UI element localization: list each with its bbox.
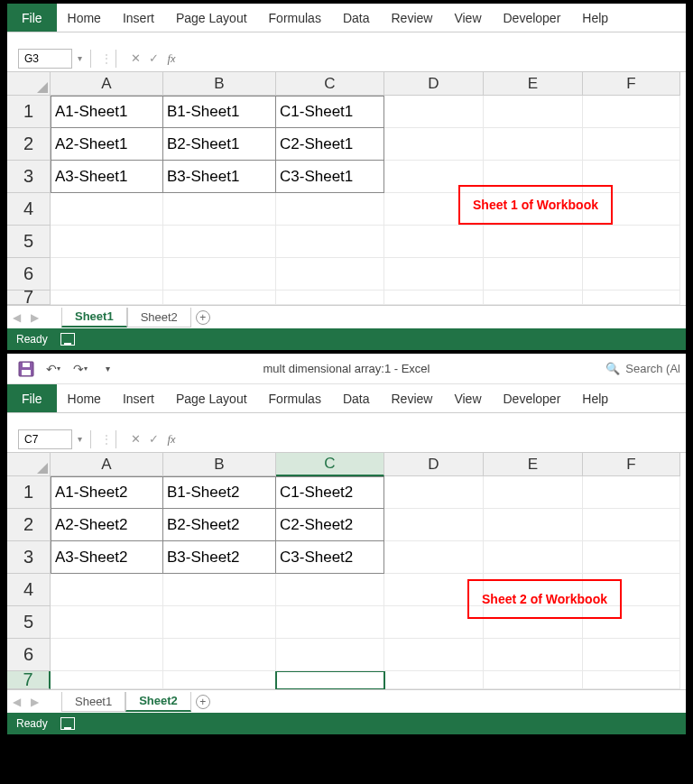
select-all-corner[interactable] bbox=[7, 453, 51, 476]
new-sheet-button[interactable]: + bbox=[191, 310, 215, 325]
enter-icon[interactable]: ✓ bbox=[144, 430, 162, 448]
row-header-4[interactable]: 4 bbox=[7, 574, 51, 606]
cell-E7[interactable] bbox=[484, 671, 583, 689]
qat-customize-icon[interactable]: ▾ bbox=[97, 359, 117, 379]
row-header-7[interactable]: 7 bbox=[7, 671, 51, 689]
cell-A2[interactable]: A2-Sheet1 bbox=[51, 128, 163, 161]
cell-A2[interactable]: A2-Sheet2 bbox=[51, 509, 163, 541]
tab-view[interactable]: View bbox=[443, 384, 492, 412]
cell-E5[interactable] bbox=[484, 226, 583, 258]
col-header-F[interactable]: F bbox=[583, 72, 680, 96]
cell-F2[interactable] bbox=[583, 509, 680, 541]
tab-data[interactable]: Data bbox=[332, 4, 381, 32]
cell-E2[interactable] bbox=[484, 128, 583, 161]
tab-home[interactable]: Home bbox=[57, 4, 112, 32]
cell-C4[interactable] bbox=[276, 193, 384, 226]
row-header-6[interactable]: 6 bbox=[7, 258, 51, 291]
tab-help[interactable]: Help bbox=[571, 4, 619, 32]
cancel-icon[interactable]: ✕ bbox=[126, 50, 144, 68]
cell-F1[interactable] bbox=[583, 96, 680, 128]
cell-C3[interactable]: C3-Sheet1 bbox=[276, 161, 384, 193]
tab-formulas[interactable]: Formulas bbox=[258, 4, 332, 32]
sheet-nav-next-icon[interactable]: ▶ bbox=[25, 692, 43, 712]
tab-review[interactable]: Review bbox=[381, 384, 444, 412]
cell-E2[interactable] bbox=[484, 509, 583, 541]
row-header-5[interactable]: 5 bbox=[7, 226, 51, 258]
col-header-A[interactable]: A bbox=[51, 453, 163, 476]
col-header-C[interactable]: C bbox=[276, 453, 384, 476]
cell-B6[interactable] bbox=[163, 258, 276, 291]
tab-developer[interactable]: Developer bbox=[493, 4, 572, 32]
cell-C4[interactable] bbox=[276, 574, 384, 606]
file-tab[interactable]: File bbox=[7, 384, 57, 412]
cell-A1[interactable]: A1-Sheet2 bbox=[51, 476, 163, 509]
name-box[interactable]: G3 bbox=[18, 49, 72, 69]
cell-F7[interactable] bbox=[583, 671, 680, 689]
file-tab[interactable]: File bbox=[7, 4, 57, 32]
cell-C6[interactable] bbox=[276, 258, 384, 291]
col-header-B[interactable]: B bbox=[163, 453, 276, 476]
cell-F1[interactable] bbox=[583, 476, 680, 509]
row-header-1[interactable]: 1 bbox=[7, 476, 51, 509]
cell-C2[interactable]: C2-Sheet2 bbox=[276, 509, 384, 541]
sheet-tab-sheet2[interactable]: Sheet2 bbox=[125, 692, 191, 712]
cell-E6[interactable] bbox=[484, 258, 583, 291]
cell-B7[interactable] bbox=[163, 671, 276, 689]
cell-C7[interactable] bbox=[276, 671, 384, 689]
select-all-corner[interactable] bbox=[7, 72, 51, 96]
cell-C7[interactable] bbox=[276, 291, 384, 305]
tab-home[interactable]: Home bbox=[57, 384, 112, 412]
col-header-C[interactable]: C bbox=[276, 72, 384, 96]
col-header-D[interactable]: D bbox=[384, 453, 484, 476]
enter-icon[interactable]: ✓ bbox=[144, 50, 162, 68]
row-header-3[interactable]: 3 bbox=[7, 161, 51, 193]
row-header-7[interactable]: 7 bbox=[7, 291, 51, 305]
cell-B2[interactable]: B2-Sheet1 bbox=[163, 128, 276, 161]
cancel-icon[interactable]: ✕ bbox=[126, 430, 144, 448]
cell-A6[interactable] bbox=[51, 258, 163, 291]
cell-F6[interactable] bbox=[583, 639, 680, 671]
tab-formulas[interactable]: Formulas bbox=[258, 384, 332, 412]
tab-view[interactable]: View bbox=[443, 4, 492, 32]
row-header-6[interactable]: 6 bbox=[7, 639, 51, 671]
cell-F2[interactable] bbox=[583, 128, 680, 161]
cell-C1[interactable]: C1-Sheet1 bbox=[276, 96, 384, 128]
cell-E6[interactable] bbox=[484, 639, 583, 671]
col-header-D[interactable]: D bbox=[384, 72, 484, 96]
cell-F3[interactable] bbox=[583, 541, 680, 574]
cell-D1[interactable] bbox=[384, 476, 484, 509]
cell-C1[interactable]: C1-Sheet2 bbox=[276, 476, 384, 509]
cell-A4[interactable] bbox=[51, 193, 163, 226]
row-header-2[interactable]: 2 bbox=[7, 128, 51, 161]
cell-D5[interactable] bbox=[384, 226, 484, 258]
cell-B1[interactable]: B1-Sheet2 bbox=[163, 476, 276, 509]
sheet-tab-sheet2[interactable]: Sheet2 bbox=[127, 308, 191, 327]
cell-B2[interactable]: B2-Sheet2 bbox=[163, 509, 276, 541]
row-header-1[interactable]: 1 bbox=[7, 96, 51, 128]
cell-D2[interactable] bbox=[384, 128, 484, 161]
formula-input[interactable] bbox=[180, 429, 686, 449]
cell-E3[interactable] bbox=[484, 541, 583, 574]
cell-A3[interactable]: A3-Sheet2 bbox=[51, 541, 163, 574]
col-header-B[interactable]: B bbox=[163, 72, 276, 96]
fx-icon[interactable]: fx bbox=[162, 50, 180, 68]
col-header-E[interactable]: E bbox=[484, 72, 583, 96]
cell-B4[interactable] bbox=[163, 193, 276, 226]
sheet-nav-next-icon[interactable]: ▶ bbox=[25, 308, 43, 327]
cell-B1[interactable]: B1-Sheet1 bbox=[163, 96, 276, 128]
col-header-F[interactable]: F bbox=[583, 453, 680, 476]
cell-A7[interactable] bbox=[51, 291, 163, 305]
cell-C6[interactable] bbox=[276, 639, 384, 671]
cell-D2[interactable] bbox=[384, 509, 484, 541]
redo-icon[interactable]: ↷▾ bbox=[70, 359, 90, 379]
cell-B5[interactable] bbox=[163, 226, 276, 258]
name-box[interactable]: C7 bbox=[18, 429, 72, 449]
cell-A7[interactable] bbox=[51, 671, 163, 689]
search-box[interactable]: 🔍 Search (Al bbox=[605, 362, 680, 375]
cell-B3[interactable]: B3-Sheet1 bbox=[163, 161, 276, 193]
cell-F6[interactable] bbox=[583, 258, 680, 291]
cell-B4[interactable] bbox=[163, 574, 276, 606]
save-icon[interactable] bbox=[16, 359, 36, 379]
row-header-2[interactable]: 2 bbox=[7, 509, 51, 541]
cell-B7[interactable] bbox=[163, 291, 276, 305]
